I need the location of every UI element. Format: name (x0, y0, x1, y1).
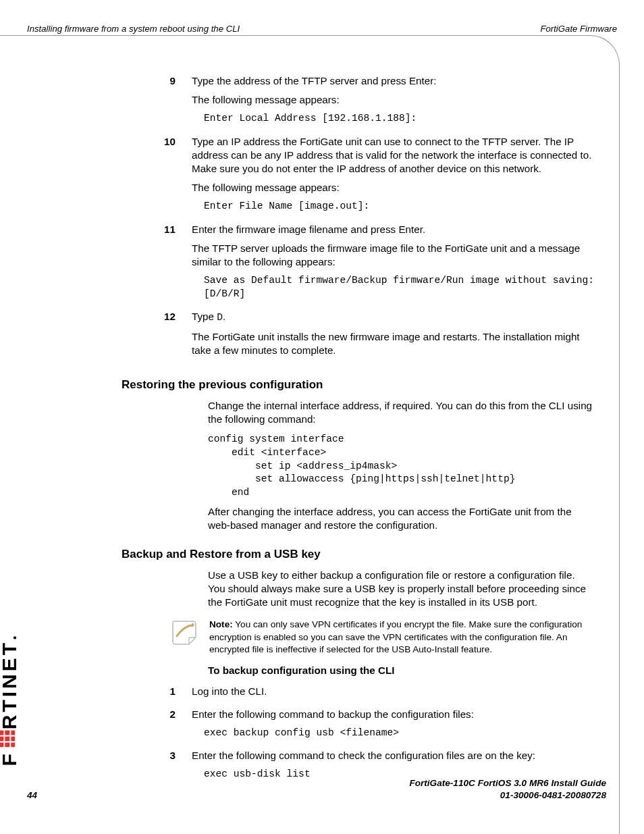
corner-arc (589, 35, 620, 66)
svg-rect-7 (11, 737, 15, 741)
numbered-step: 10Type an IP address the FortiGate unit … (122, 135, 594, 219)
body-text: Change the internal interface address, i… (208, 399, 594, 426)
header-left: Installing firmware from a system reboot… (27, 23, 240, 34)
note-text: Note: You can only save VPN certificates… (209, 619, 594, 656)
fortinet-logo: FRTINET. (0, 635, 23, 766)
numbered-step: 1Log into the CLI. (122, 685, 594, 704)
step-text: Type D. (192, 310, 594, 324)
top-rule (0, 35, 591, 36)
section-heading-usb: Backup and Restore from a USB key (122, 547, 594, 562)
step-number: 12 (122, 310, 192, 362)
step-text: Enter the following command to check the… (192, 749, 594, 762)
code-block: Enter Local Address [192.168.1.188]: (204, 112, 594, 126)
footer-docid: 01-30006-0481-20080728 (409, 789, 606, 802)
code-block: config system interface edit <interface>… (208, 433, 594, 499)
procedure-heading: To backup configuration using the CLI (208, 664, 594, 677)
step-text: Type an IP address the FortiGate unit ca… (192, 135, 594, 176)
page-footer: 44 FortiGate-110C FortiOS 3.0 MR6 Instal… (27, 777, 606, 802)
right-rule (619, 63, 620, 834)
step-12: 12 Type D. The FortiGate unit installs t… (122, 310, 594, 362)
step-text: Log into the CLI. (192, 685, 594, 698)
numbered-step: 11Enter the firmware image filename and … (122, 223, 594, 307)
header-right: FortiGate Firmware (540, 23, 617, 34)
code-block: exec backup config usb <filename> (204, 727, 594, 740)
inline-code: D (217, 312, 223, 323)
step-text: The following message appears: (192, 181, 594, 194)
numbered-step: 2Enter the following command to backup t… (122, 708, 594, 746)
step-text: The TFTP server uploads the firmware ima… (192, 242, 594, 269)
step-text: Enter the firmware image filename and pr… (192, 223, 594, 236)
code-block: Save as Default firmware/Backup firmware… (204, 274, 594, 301)
section-heading-restore: Restoring the previous configuration (122, 377, 594, 392)
numbered-step: 9Type the address of the TFTP server and… (122, 74, 594, 131)
svg-rect-1 (0, 737, 3, 741)
svg-rect-0 (0, 743, 3, 748)
svg-rect-3 (5, 743, 9, 748)
svg-rect-8 (11, 731, 15, 735)
step-text: The FortiGate unit installs the new firm… (192, 330, 594, 357)
step-text: The following message appears: (192, 93, 594, 107)
svg-rect-2 (0, 731, 3, 735)
svg-rect-6 (11, 743, 15, 748)
page-number: 44 (27, 789, 37, 802)
page-content: 9Type the address of the TFTP server and… (122, 74, 594, 791)
step-number: 9 (122, 74, 192, 131)
note-block: Note: You can only save VPN certificates… (122, 619, 594, 656)
body-text: Use a USB key to either backup a configu… (208, 569, 594, 609)
code-block: Enter File Name [image.out]: (204, 200, 594, 213)
body-text: After changing the interface address, yo… (208, 505, 594, 532)
step-number: 11 (122, 223, 192, 307)
svg-rect-5 (5, 731, 9, 735)
svg-rect-4 (5, 737, 9, 741)
footer-title: FortiGate-110C FortiOS 3.0 MR6 Install G… (409, 777, 606, 789)
step-text: Type the address of the TFTP server and … (192, 74, 594, 88)
step-number: 10 (122, 135, 192, 219)
step-number: 2 (122, 708, 192, 746)
step-text: Enter the following command to backup th… (192, 708, 594, 721)
note-icon (170, 619, 201, 650)
step-number: 1 (122, 685, 192, 704)
